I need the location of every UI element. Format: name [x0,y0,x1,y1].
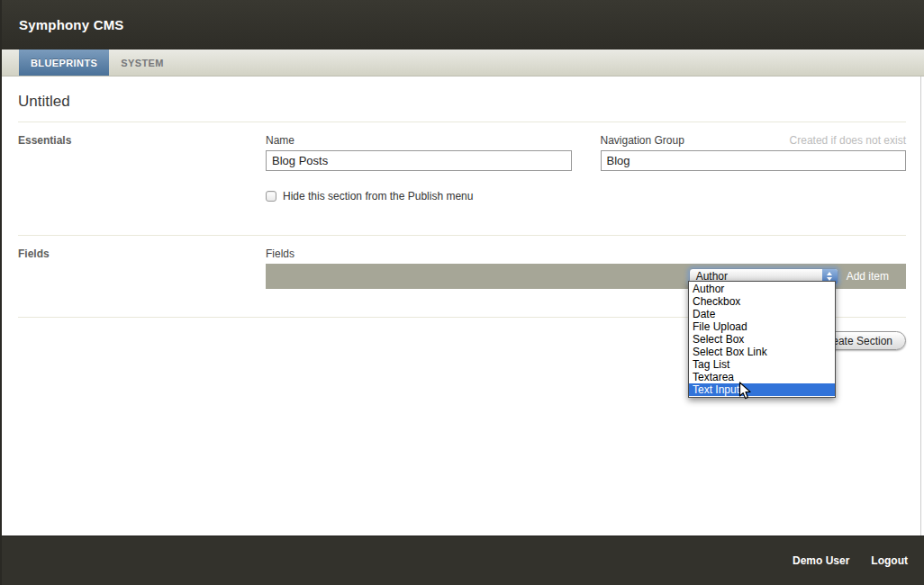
tab-blueprints[interactable]: BLUEPRINTS [19,50,109,76]
fields-label: Fields [266,248,906,260]
fields-heading: Fields [18,236,266,289]
field-type-menu: AuthorCheckboxDateFile UploadSelect BoxS… [688,281,836,398]
chevron-up-icon [827,272,832,275]
symphony-cms-window: Symphony CMS BLUEPRINTS SYSTEM Untitled … [0,0,924,585]
tab-system[interactable]: SYSTEM [109,50,176,76]
mouse-cursor-icon [738,382,752,404]
main-nav: BLUEPRINTS SYSTEM [0,50,924,76]
app-footer: Demo User Logout [0,536,924,585]
menu-item[interactable]: Checkbox [689,295,835,308]
menu-item[interactable]: Select Box Link [689,346,835,358]
essentials-heading: Essentials [18,122,266,202]
navigation-group-field-group: Navigation Group Created if does not exi… [601,134,907,171]
essentials-section: Essentials Name Navigation Group Created… [18,122,906,202]
logout-link[interactable]: Logout [871,554,908,567]
page-title: Untitled [18,76,906,111]
menu-item[interactable]: Author [689,283,835,295]
window-right-edge [920,76,921,536]
navigation-group-input[interactable] [601,150,907,171]
app-title: Symphony CMS [19,17,124,32]
menu-item[interactable]: Select Box [689,333,835,346]
menu-item[interactable]: Textarea [689,371,835,383]
name-field-group: Name [266,134,572,171]
menu-item[interactable]: Tag List [689,358,835,371]
hide-section-checkbox[interactable] [266,191,276,202]
navigation-group-label-line: Navigation Group Created if does not exi… [601,134,907,147]
menu-item[interactable]: File Upload [689,320,835,333]
window-left-edge [0,0,2,585]
menu-item[interactable]: Text Input [689,383,835,396]
hide-section-row: Hide this section from the Publish menu [266,190,906,202]
name-input[interactable] [266,150,572,171]
navigation-group-label: Navigation Group [601,134,684,147]
menu-item[interactable]: Date [689,308,835,320]
add-item-button[interactable]: Add item [847,270,889,283]
hide-section-label: Hide this section from the Publish menu [283,190,473,202]
essentials-body: Name Navigation Group Created if does no… [266,122,906,202]
name-label-line: Name [266,134,572,147]
navigation-group-hint: Created if does not exist [790,134,906,147]
essentials-fields-row: Name Navigation Group Created if does no… [266,134,906,171]
current-user-link[interactable]: Demo User [793,554,849,567]
app-header: Symphony CMS [0,0,924,50]
name-label: Name [266,134,294,147]
